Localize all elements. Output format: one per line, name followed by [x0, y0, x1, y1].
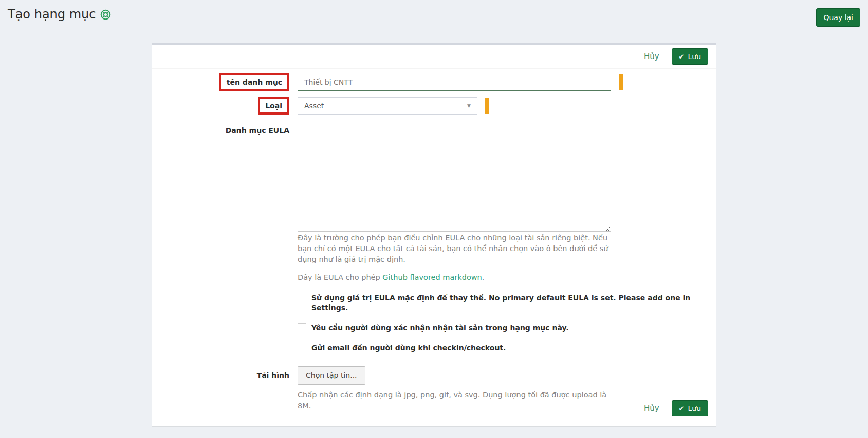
choose-file-button[interactable]: Chọn tập tin... — [298, 366, 365, 385]
category-type-row: Loại Asset ▼ — [160, 97, 708, 115]
check-icon: ✔ — [679, 405, 685, 412]
send-email-row: Gửi email đến người dùng khi checkin/che… — [160, 343, 708, 353]
selected-option-label: Asset — [304, 102, 324, 110]
form-body: tên danh mục Loại Asset ▼ Danh — [152, 69, 716, 411]
save-button-top[interactable]: ✔ Lưu — [672, 48, 708, 65]
page-header: Tạo hạng mục Quay lại — [0, 0, 868, 33]
category-type-select[interactable]: Asset ▼ — [298, 97, 477, 115]
cancel-link-top[interactable]: Hủy — [644, 52, 659, 61]
category-name-label: tên danh mục — [219, 73, 289, 91]
category-name-row: tên danh mục — [160, 73, 708, 91]
required-indicator — [619, 74, 623, 90]
back-button[interactable]: Quay lại — [816, 8, 860, 27]
eula-label: Danh mục EULA — [226, 126, 289, 135]
use-default-eula-checkbox[interactable] — [298, 294, 306, 302]
page-title: Tạo hạng mục — [8, 7, 111, 22]
send-email-checkbox[interactable] — [298, 344, 306, 352]
save-button-label: Lưu — [688, 53, 701, 60]
require-acceptance-row: Yêu cầu người dùng xác nhận nhận tài sản… — [160, 323, 708, 333]
github-markdown-link[interactable]: Github flavored markdown — [382, 273, 482, 281]
life-ring-help-icon[interactable] — [100, 9, 111, 20]
send-email-label: Gửi email đến người dùng khi checkin/che… — [311, 343, 506, 353]
category-type-label: Loại — [258, 97, 289, 115]
eula-row: Danh mục EULA Đây là trường cho phép bạn… — [160, 123, 708, 283]
upload-image-label: Tải hình — [257, 371, 289, 379]
check-icon: ✔ — [679, 53, 685, 60]
eula-help-text: Đây là trường cho phép bạn điều chỉnh EU… — [298, 233, 612, 265]
cancel-link-bottom[interactable]: Hủy — [644, 404, 659, 413]
eula-markdown-note: Đây là EULA cho phép Github flavored mar… — [298, 272, 612, 283]
use-default-eula-row: Sử dụng giá trị EULA mặc định để thay th… — [160, 293, 708, 313]
card-footer-actions: Hủy ✔ Lưu — [152, 390, 716, 426]
chevron-down-icon: ▼ — [467, 103, 471, 108]
save-button-label: Lưu — [688, 405, 701, 412]
require-acceptance-checkbox[interactable] — [298, 323, 306, 332]
category-name-input[interactable] — [298, 73, 611, 91]
card-header-actions: Hủy ✔ Lưu — [152, 45, 716, 69]
required-indicator — [485, 98, 489, 114]
require-acceptance-label: Yêu cầu người dùng xác nhận nhận tài sản… — [311, 323, 569, 333]
create-category-card: Hủy ✔ Lưu tên danh mục Loại Asset — [152, 43, 716, 426]
eula-textarea[interactable] — [298, 123, 611, 232]
use-default-eula-label: Sử dụng giá trị EULA mặc định để thay th… — [311, 293, 708, 313]
save-button-bottom[interactable]: ✔ Lưu — [672, 400, 708, 416]
page-title-text: Tạo hạng mục — [8, 7, 96, 22]
